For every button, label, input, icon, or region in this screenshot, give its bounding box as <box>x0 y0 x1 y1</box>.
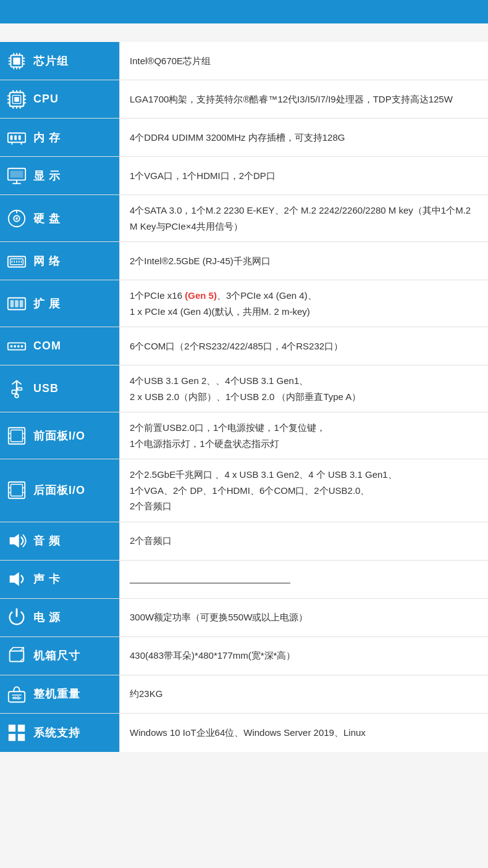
os-icon <box>5 721 28 745</box>
spec-row-network: 网 络2个Intel®2.5GbE (RJ-45)千兆网口 <box>0 242 488 280</box>
spec-value-inner-power: 300W额定功率（可更换550W或以上电源） <box>130 609 478 625</box>
spec-row-power: 电 源300W额定功率（可更换550W或以上电源） <box>0 599 488 637</box>
spec-value-inner-chassis-size: 430(483带耳朵)*480*177mm(宽*深*高） <box>130 648 478 664</box>
spec-value-sound-card <box>119 561 488 598</box>
spec-label-text-network: 网 络 <box>33 254 61 269</box>
svg-rect-52 <box>15 300 19 307</box>
spec-label-usb: USB <box>0 365 119 412</box>
spec-value-weight: 约23KG <box>119 675 488 713</box>
spec-value-cpu: LGA1700构架，支持英特尔®酷睿™12代I3/I5/I7/I9处理器，TDP… <box>119 80 488 118</box>
spec-row-storage: 硬 盘4个SATA 3.0，1个M.2 2230 E-KEY、2个 M.2 22… <box>0 195 488 242</box>
spec-table: 芯片组Intel®Q670E芯片组 CPULGA1700构架，支持英特尔®酷睿™… <box>0 42 488 752</box>
spec-value-inner-front-io: 2个前置USB2.0口，1个电源按键，1个复位键，1个电源指示灯，1个硬盘状态指… <box>130 420 478 451</box>
network-icon <box>5 249 28 273</box>
spec-label-display: 显 示 <box>0 157 119 194</box>
spec-value-com: 6个COM口（2个RS232/422/485口，4个RS232口） <box>119 327 488 365</box>
svg-point-56 <box>14 345 16 348</box>
spec-label-chipset: 芯片组 <box>0 42 119 80</box>
spec-value-network: 2个Intel®2.5GbE (RJ-45)千兆网口 <box>119 242 488 280</box>
spec-value-expansion: 1个PCIe x16 (Gen 5)、3个PCIe x4 (Gen 4)、1 x… <box>119 280 488 327</box>
svg-rect-38 <box>11 170 23 177</box>
spec-label-text-memory: 内 存 <box>33 130 61 145</box>
spec-label-cpu: CPU <box>0 80 119 118</box>
spec-label-audio: 音 频 <box>0 522 119 560</box>
spec-row-memory: 内 存4个DDR4 UDIMM 3200MHz 内存插槽，可支持128G <box>0 119 488 157</box>
spec-label-text-sound-card: 声 卡 <box>33 572 61 586</box>
rear-io-icon <box>5 478 28 502</box>
spec-value-inner-memory: 4个DDR4 UDIMM 3200MHz 内存插槽，可支持128G <box>130 130 478 146</box>
svg-marker-76 <box>10 572 19 586</box>
spec-label-power: 电 源 <box>0 599 119 636</box>
spec-value-inner-weight: 约23KG <box>130 686 478 702</box>
spec-label-text-com: COM <box>33 340 61 353</box>
svg-rect-70 <box>11 485 23 496</box>
spec-label-front-io: 前面板I/O <box>0 412 119 459</box>
spec-value-inner-expansion: 1个PCIe x16 (Gen 5)、3个PCIe x4 (Gen 4)、1 x… <box>130 288 478 319</box>
com-icon <box>5 335 28 358</box>
svg-rect-16 <box>14 97 19 102</box>
spec-row-display: 显 示1个VGA口，1个HDMI口，2个DP口 <box>0 157 488 195</box>
spec-label-text-front-io: 前面板I/O <box>33 428 85 443</box>
usb-icon <box>5 377 28 401</box>
audio-icon <box>5 529 28 553</box>
spec-label-text-cpu: CPU <box>33 93 59 106</box>
spec-label-text-display: 显 示 <box>33 169 61 183</box>
svg-rect-84 <box>9 724 15 731</box>
spec-value-chassis-size: 430(483带耳朵)*480*177mm(宽*深*高） <box>119 637 488 675</box>
spec-value-os: Windows 10 IoT企业64位、Windows Server 2019、… <box>119 714 488 752</box>
expansion-icon <box>5 292 28 315</box>
power-icon <box>5 606 28 629</box>
spec-label-weight: KG 整机重量 <box>0 675 119 713</box>
svg-marker-75 <box>10 534 19 548</box>
spec-label-storage: 硬 盘 <box>0 195 119 241</box>
spec-row-chassis-size: 机箱尺寸430(483带耳朵)*480*177mm(宽*深*高） <box>0 637 488 675</box>
memory-icon <box>5 126 28 149</box>
svg-rect-1 <box>13 57 20 64</box>
spec-label-os: 系统支持 <box>0 714 119 752</box>
spec-row-os: 系统支持Windows 10 IoT企业64位、Windows Server 2… <box>0 714 488 752</box>
spec-value-inner-display: 1个VGA口，1个HDMI口，2个DP口 <box>130 168 478 184</box>
spec-label-text-weight: 整机重量 <box>33 686 80 701</box>
spec-value-usb: 4个USB 3.1 Gen 2、、4个USB 3.1 Gen1、2 x USB … <box>119 365 488 412</box>
spec-label-text-usb: USB <box>33 382 59 395</box>
svg-point-57 <box>17 345 20 348</box>
spec-row-sound-card: 声 卡 <box>0 561 488 599</box>
svg-rect-86 <box>9 733 15 740</box>
spec-value-inner-network: 2个Intel®2.5GbE (RJ-45)千兆网口 <box>130 253 478 269</box>
spec-label-expansion: 扩 展 <box>0 280 119 327</box>
spec-label-text-power: 电 源 <box>33 610 61 625</box>
header <box>0 0 488 23</box>
svg-rect-32 <box>19 135 21 140</box>
spec-label-text-audio: 音 频 <box>33 533 61 548</box>
svg-rect-64 <box>11 430 23 441</box>
spec-row-front-io: 前面板I/O2个前置USB2.0口，1个电源按键，1个复位键，1个电源指示灯，1… <box>0 412 488 459</box>
underline-value <box>130 570 290 583</box>
svg-rect-61 <box>18 388 22 390</box>
spec-value-inner-audio: 2个音频口 <box>130 533 478 549</box>
spec-row-usb: USB4个USB 3.1 Gen 2、、4个USB 3.1 Gen1、2 x U… <box>0 365 488 412</box>
spec-label-text-os: 系统支持 <box>33 725 80 740</box>
spec-value-inner-sound-card <box>130 570 478 588</box>
spec-label-text-rear-io: 后面板I/O <box>33 483 85 498</box>
svg-rect-85 <box>18 724 25 731</box>
highlight-text: (Gen 5) <box>185 290 217 301</box>
spec-value-inner-com: 6个COM口（2个RS232/422/485口，4个RS232口） <box>130 338 478 354</box>
storage-icon <box>5 207 28 230</box>
svg-rect-53 <box>20 300 23 307</box>
spec-label-text-storage: 硬 盘 <box>33 211 61 226</box>
spec-value-power: 300W额定功率（可更换550W或以上电源） <box>119 599 488 636</box>
spec-value-memory: 4个DDR4 UDIMM 3200MHz 内存插槽，可支持128G <box>119 119 488 156</box>
spec-row-rear-io: 后面板I/O2个2.5GbE千兆网口 、4 x USB 3.1 Gen2、4 个… <box>0 459 488 522</box>
svg-rect-87 <box>18 733 25 740</box>
spec-label-memory: 内 存 <box>0 119 119 156</box>
spec-row-com: COM6个COM口（2个RS232/422/485口，4个RS232口） <box>0 327 488 365</box>
spec-row-cpu: CPULGA1700构架，支持英特尔®酷睿™12代I3/I5/I7/I9处理器，… <box>0 80 488 119</box>
chipset-icon <box>5 49 28 73</box>
spec-value-inner-rear-io: 2个2.5GbE千兆网口 、4 x USB 3.1 Gen2、4 个 USB 3… <box>130 467 478 514</box>
svg-point-62 <box>15 394 19 398</box>
spec-value-chipset: Intel®Q670E芯片组 <box>119 42 488 80</box>
weight-icon: KG <box>5 682 28 706</box>
svg-rect-30 <box>11 135 13 140</box>
spec-label-text-chipset: 芯片组 <box>33 54 69 69</box>
spec-value-storage: 4个SATA 3.0，1个M.2 2230 E-KEY、2个 M.2 2242/… <box>119 195 488 241</box>
